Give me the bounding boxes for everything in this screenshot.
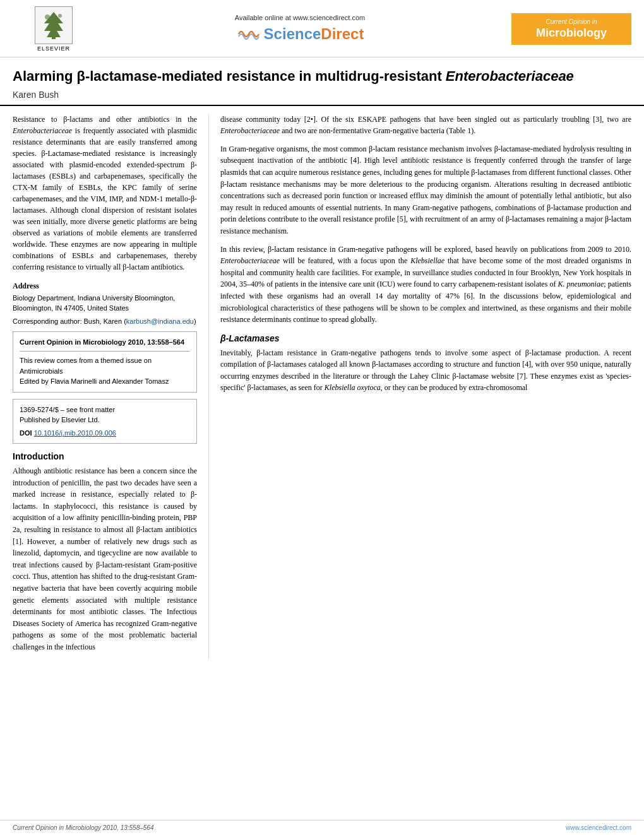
address-text: Biology Department, Indiana University B… xyxy=(13,293,197,314)
corresponding-name: Bush, Karen ( xyxy=(84,317,126,325)
corresponding-author: Corresponding author: Bush, Karen (karbu… xyxy=(13,317,197,325)
right-column: disease community today [2•]. Of the six… xyxy=(208,114,631,660)
main-content: Resistance to β-lactams and other antibi… xyxy=(0,106,644,667)
journal-badge-top: Current Opinion in xyxy=(519,18,624,25)
left-column: Resistance to β-lactams and other antibi… xyxy=(13,114,208,660)
available-text: Available online at www.sciencedirect.co… xyxy=(235,14,365,21)
page-footer: Current Opinion in Microbiology 2010, 13… xyxy=(0,820,644,835)
journal-citation: Current Opinion in Microbiology 2010, 13… xyxy=(20,337,190,348)
sciencedirect-section: Available online at www.sciencedirect.co… xyxy=(235,14,365,44)
elsevier-logo-section: ELSEVIER xyxy=(13,6,95,52)
elsevier-label: ELSEVIER xyxy=(37,45,70,52)
sciencedirect-text: ScienceDirect xyxy=(264,25,364,43)
doi-line: DOI 10.1016/j.mib.2010.09.006 xyxy=(20,428,190,439)
edited-by: Edited by Flavia Marinelli and Alexander… xyxy=(20,376,190,387)
doi-label: DOI xyxy=(20,429,32,437)
corresponding-label: Corresponding author: xyxy=(13,317,81,325)
gram-negative-para: In Gram-negative organisms, the most com… xyxy=(220,143,631,237)
info-box-issn: 1369-5274/$ – see front matter Published… xyxy=(13,399,197,444)
page-header: ELSEVIER Available online at www.science… xyxy=(0,0,644,57)
beta-lactamases-heading: β-Lactamases xyxy=(220,333,631,343)
info-box-journal: Current Opinion in Microbiology 2010, 13… xyxy=(13,331,197,393)
svg-point-3 xyxy=(58,14,62,18)
doi-link[interactable]: 10.1016/j.mib.2010.09.006 xyxy=(34,429,116,437)
abstract-text: Resistance to β-lactams and other antibi… xyxy=(13,114,197,273)
sciencedirect-logo: ScienceDirect xyxy=(236,24,364,44)
address-label: Address xyxy=(13,281,197,291)
review-para: In this review, β-lactam resistance in G… xyxy=(220,244,631,326)
introduction-text: Although antibiotic resistance has been … xyxy=(13,465,197,653)
address-section: Address Biology Department, Indiana Univ… xyxy=(13,281,197,325)
journal-badge-section: Current Opinion in Microbiology xyxy=(505,13,631,45)
themed-issue-topic: Antimicrobials xyxy=(20,366,190,377)
footer-website: www.sciencedirect.com xyxy=(566,824,631,831)
article-author: Karen Bush xyxy=(13,90,631,100)
sd-waves-icon xyxy=(236,24,260,44)
issn-text: 1369-5274/$ – see front matter xyxy=(20,405,190,415)
article-title-section: Alarming β-lactamase-mediated resistance… xyxy=(0,57,644,106)
journal-badge: Current Opinion in Microbiology xyxy=(511,13,631,45)
themed-issue-text: This review comes from a themed issue on xyxy=(20,355,190,366)
article-title: Alarming β-lactamase-mediated resistance… xyxy=(13,68,631,86)
elsevier-tree-icon xyxy=(35,6,73,44)
footer-citation: Current Opinion in Microbiology 2010, 13… xyxy=(13,824,153,831)
svg-point-2 xyxy=(45,15,50,20)
beta-lactamases-text: Inevitably, β-lactam resistance in Gram-… xyxy=(220,347,631,394)
journal-badge-title: Microbiology xyxy=(519,27,624,40)
intro-continuation: disease community today [2•]. Of the six… xyxy=(220,114,631,137)
email-link[interactable]: karbush@indiana.edu xyxy=(126,317,194,325)
published-text: Published by Elsevier Ltd. xyxy=(20,415,190,425)
introduction-heading: Introduction xyxy=(13,451,197,461)
